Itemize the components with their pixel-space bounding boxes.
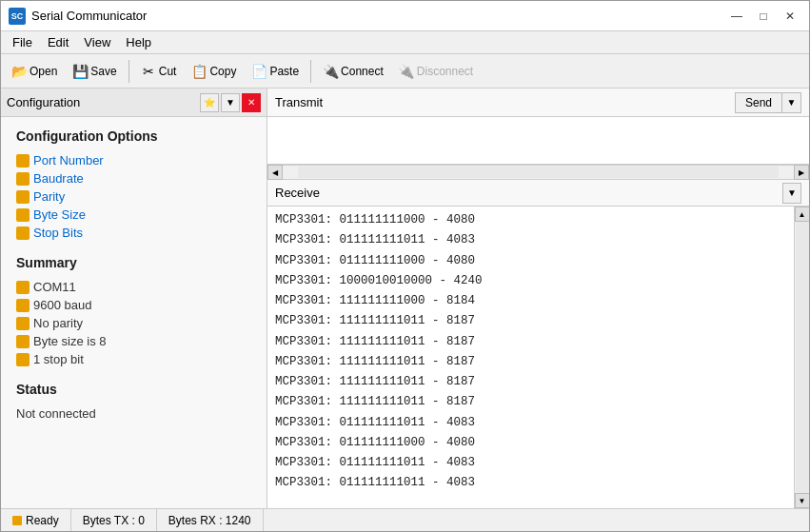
summary-parity-label: No parity <box>33 316 83 330</box>
summary-bytesize: Byte size is 8 <box>16 334 251 348</box>
paste-button[interactable]: 📄 Paste <box>245 58 306 85</box>
right-scrollbar[interactable]: ▲ ▼ <box>794 207 809 508</box>
connect-icon: 🔌 <box>323 64 338 79</box>
status-title: Status <box>16 382 251 397</box>
toolbar-separator-2 <box>310 60 311 83</box>
menu-edit[interactable]: Edit <box>40 33 76 51</box>
scroll-right-arrow[interactable]: ▶ <box>794 165 809 180</box>
status-ready-text: Ready <box>26 514 59 527</box>
app-icon-text: SC <box>11 11 24 21</box>
sidebar-header: Configuration ⭐ ▼ ✕ <box>1 89 267 117</box>
byte-size-label: Byte Size <box>33 207 86 222</box>
scroll-track-vertical[interactable] <box>796 222 809 493</box>
main-content: Configuration ⭐ ▼ ✕ Configuration Option… <box>1 89 809 508</box>
title-bar-controls: — □ ✕ <box>725 5 801 28</box>
paste-icon: 📄 <box>251 64 267 79</box>
paste-label: Paste <box>269 65 299 78</box>
parity-link[interactable]: Parity <box>16 189 251 204</box>
receive-line: MCP3301: 111111111011 - 8187 <box>275 332 786 352</box>
receive-content[interactable]: MCP3301: 011111111000 - 4080MCP3301: 011… <box>267 207 794 508</box>
scroll-down-arrow[interactable]: ▼ <box>795 493 810 508</box>
send-button[interactable]: Send <box>735 92 782 113</box>
summary-stopbits-icon <box>16 353 30 366</box>
stop-bits-link[interactable]: Stop Bits <box>16 226 251 240</box>
minimize-button[interactable]: — <box>725 5 748 28</box>
sidebar: Configuration ⭐ ▼ ✕ Configuration Option… <box>1 89 267 508</box>
connect-label: Connect <box>341 65 384 78</box>
app-icon: SC <box>9 8 26 25</box>
scroll-track[interactable] <box>298 167 779 178</box>
toolbar-separator-1 <box>128 60 129 83</box>
sidebar-pin-button[interactable]: ⭐ <box>200 93 219 112</box>
disconnect-label: Disconnect <box>417 65 473 78</box>
config-section-title: Configuration Options <box>16 128 251 144</box>
summary-com: COM11 <box>16 280 251 294</box>
summary-stopbits: 1 stop bit <box>16 352 251 366</box>
receive-line: MCP3301: 1000010010000 - 4240 <box>275 271 786 291</box>
receive-dropdown-button[interactable]: ▼ <box>782 183 801 204</box>
status-bytes-tx-segment: Bytes TX : 0 <box>71 509 157 531</box>
summary-baud: 9600 baud <box>16 298 251 312</box>
byte-size-link[interactable]: Byte Size <box>16 207 251 222</box>
receive-line: MCP3301: 011111111011 - 4083 <box>275 473 786 493</box>
receive-line: MCP3301: 111111111000 - 8184 <box>275 291 786 311</box>
scroll-up-arrow[interactable]: ▲ <box>795 207 810 222</box>
status-bar: Ready Bytes TX : 0 Bytes RX : 1240 <box>1 508 809 531</box>
bytes-tx-text: Bytes TX : 0 <box>83 514 145 527</box>
menu-file[interactable]: File <box>5 33 40 51</box>
cut-label: Cut <box>159 65 177 78</box>
toolbar: 📂 Open 💾 Save ✂ Cut 📋 Copy 📄 Paste 🔌 Con… <box>1 54 809 89</box>
port-number-icon <box>16 154 30 167</box>
summary-stopbits-label: 1 stop bit <box>33 352 84 366</box>
disconnect-button[interactable]: 🔌 Disconnect <box>392 58 480 85</box>
stop-bits-icon <box>16 227 30 240</box>
status-section: Status Not connected <box>16 382 251 421</box>
baudrate-label: Baudrate <box>33 171 84 186</box>
port-number-link[interactable]: Port Number <box>16 153 251 167</box>
open-button[interactable]: 📂 Open <box>5 58 64 85</box>
close-button[interactable]: ✕ <box>779 5 801 28</box>
summary-bytesize-label: Byte size is 8 <box>33 334 107 348</box>
receive-with-scroll: MCP3301: 011111111000 - 4080MCP3301: 011… <box>267 207 809 508</box>
receive-line: MCP3301: 111111111011 - 8187 <box>275 392 786 412</box>
byte-size-icon <box>16 208 30 222</box>
status-ready-segment: Ready <box>1 509 71 531</box>
sidebar-close-button[interactable]: ✕ <box>242 93 261 112</box>
copy-icon: 📋 <box>191 64 207 79</box>
sidebar-title: Configuration <box>7 95 80 109</box>
connect-button[interactable]: 🔌 Connect <box>316 58 390 85</box>
cut-icon: ✂ <box>141 64 156 79</box>
status-text: Not connected <box>16 406 251 421</box>
receive-header: Receive ▼ <box>267 180 809 207</box>
sidebar-dropdown-button[interactable]: ▼ <box>221 93 240 112</box>
copy-button[interactable]: 📋 Copy <box>185 58 243 85</box>
summary-baud-icon <box>16 299 30 312</box>
baudrate-link[interactable]: Baudrate <box>16 171 251 186</box>
maximize-button[interactable]: □ <box>752 5 775 28</box>
parity-label: Parity <box>33 189 65 204</box>
title-bar-left: SC Serial Communicator <box>9 8 147 25</box>
stop-bits-label: Stop Bits <box>33 226 83 240</box>
transmit-label: Transmit <box>275 95 735 109</box>
transmit-scrollbar[interactable]: ◀ ▶ <box>267 165 809 180</box>
scroll-left-arrow[interactable]: ◀ <box>267 165 283 180</box>
save-button[interactable]: 💾 Save <box>66 58 123 85</box>
copy-label: Copy <box>209 65 236 78</box>
transmit-dropdown[interactable]: ▼ <box>782 92 801 113</box>
receive-line: MCP3301: 011111111000 - 4080 <box>275 251 786 271</box>
title-bar: SC Serial Communicator — □ ✕ <box>1 1 809 31</box>
transmit-input[interactable] <box>267 117 809 164</box>
receive-line: MCP3301: 011111111011 - 4083 <box>275 413 786 433</box>
cut-button[interactable]: ✂ Cut <box>134 58 184 85</box>
menu-view[interactable]: View <box>76 33 118 51</box>
receive-line: MCP3301: 011111111011 - 4083 <box>275 230 786 250</box>
status-bytes-rx-segment: Bytes RX : 1240 <box>157 509 264 531</box>
receive-line: MCP3301: 111111111011 - 8187 <box>275 352 786 372</box>
port-number-label: Port Number <box>33 153 104 167</box>
save-label: Save <box>90 65 116 78</box>
summary-com-label: COM11 <box>33 280 76 294</box>
window-title: Serial Communicator <box>31 9 147 23</box>
summary-bytesize-icon <box>16 335 30 348</box>
open-label: Open <box>30 65 57 78</box>
menu-help[interactable]: Help <box>118 33 159 51</box>
